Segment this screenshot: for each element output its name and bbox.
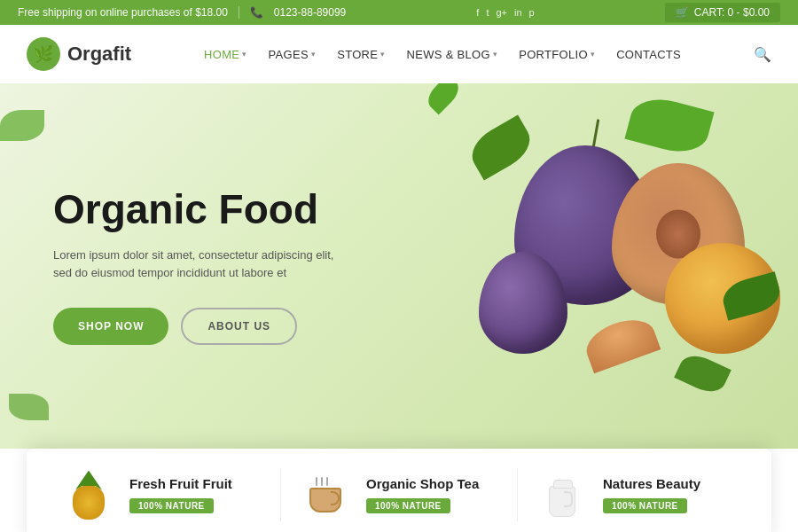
fruit-composition [337, 83, 798, 449]
product-item-tea[interactable]: Organic Shop Tea 100% NATURE [281, 468, 518, 521]
chevron-down-icon: ▾ [242, 50, 246, 59]
top-bar: Free shipping on online purchases of $18… [0, 0, 798, 25]
shop-now-button[interactable]: SHOP NOW [53, 308, 168, 345]
phone-icon: 📞 [250, 6, 263, 19]
google-plus-icon[interactable]: g+ [496, 7, 507, 18]
nav-contacts[interactable]: CONTACTS [616, 48, 681, 61]
product-info-tea: Organic Shop Tea 100% NATURE [366, 476, 499, 513]
milk-handle [564, 491, 573, 507]
product-badge-beauty: 100% NATURE [603, 498, 687, 513]
search-button[interactable]: 🔍 [754, 46, 771, 63]
product-item-beauty[interactable]: Natures Beauty 100% NATURE [518, 468, 754, 521]
nav-store[interactable]: STORE ▾ [337, 48, 385, 61]
header: 🌿 Orgafit HOME ▾ PAGES ▾ STORE ▾ NEWS & … [0, 25, 798, 83]
instagram-icon[interactable]: in [514, 7, 522, 18]
pineapple-icon [62, 468, 115, 521]
deco-leaf-left [0, 110, 44, 141]
top-bar-left: Free shipping on online purchases of $18… [18, 6, 346, 19]
chevron-down-icon: ▾ [493, 50, 497, 59]
product-info-fruit: Fresh Fruit Fruit 100% NATURE [129, 476, 262, 513]
about-us-button[interactable]: ABOUT US [181, 308, 297, 345]
products-section: Fresh Fruit Fruit 100% NATURE Organic Sh… [27, 449, 771, 532]
milk-icon [536, 468, 589, 521]
phone-number[interactable]: 0123-88-89099 [274, 6, 346, 19]
pineapple-body [73, 486, 105, 520]
hero-image [337, 83, 798, 449]
twitter-icon[interactable]: t [486, 7, 489, 18]
chevron-down-icon: ▾ [380, 50, 385, 59]
tea-icon [299, 468, 352, 521]
leaf-4 [674, 349, 732, 398]
hero-subtitle: Lorem ipsum dolor sit amet, consectetur … [53, 246, 355, 284]
cart-button[interactable]: 🛒 CART: 0 - $0.00 [665, 3, 780, 22]
hero-title: Organic Food [53, 187, 355, 232]
logo-icon: 🌿 [27, 37, 60, 71]
nav-news-blog[interactable]: NEWS & BLOG ▾ [407, 48, 498, 61]
logo[interactable]: 🌿 Orgafit [27, 37, 131, 71]
chevron-down-icon: ▾ [591, 50, 595, 59]
milk-jug [549, 486, 575, 517]
product-info-beauty: Natures Beauty 100% NATURE [603, 476, 736, 513]
plum-slice [581, 312, 661, 374]
deco-leaf-left2 [9, 394, 49, 420]
product-item-fruit[interactable]: Fresh Fruit Fruit 100% NATURE [44, 468, 281, 521]
chevron-down-icon: ▾ [311, 50, 316, 59]
hero-section: Organic Food Lorem ipsum dolor sit amet,… [0, 83, 798, 449]
divider [239, 6, 239, 19]
cup-body [309, 488, 341, 512]
cup-steam [316, 477, 328, 486]
product-name-tea: Organic Shop Tea [366, 476, 499, 491]
hero-content: Organic Food Lorem ipsum dolor sit amet,… [53, 187, 355, 345]
cart-label: CART: 0 - $0.00 [694, 6, 770, 19]
logo-text: Orgafit [67, 43, 131, 66]
leaf-5 [423, 83, 464, 114]
social-icons: f t g+ in p [476, 7, 534, 18]
cup-handle [331, 491, 340, 505]
product-name-fruit: Fresh Fruit Fruit [129, 476, 262, 491]
product-badge-tea: 100% NATURE [366, 498, 450, 513]
nav-home[interactable]: HOME ▾ [204, 48, 247, 61]
nav-pages[interactable]: PAGES ▾ [269, 48, 317, 61]
cart-icon: 🛒 [676, 6, 689, 19]
leaf-2 [624, 91, 714, 159]
pinterest-icon[interactable]: p [529, 7, 535, 18]
hero-buttons: SHOP NOW ABOUT US [53, 308, 355, 345]
main-nav: HOME ▾ PAGES ▾ STORE ▾ NEWS & BLOG ▾ POR… [204, 48, 681, 61]
facebook-icon[interactable]: f [476, 7, 479, 18]
leaf-1 [464, 115, 537, 181]
shipping-text: Free shipping on online purchases of $18… [18, 6, 228, 19]
product-badge-fruit: 100% NATURE [129, 498, 214, 513]
product-name-beauty: Natures Beauty [603, 476, 736, 491]
nav-portfolio[interactable]: PORTFOLIO ▾ [519, 48, 595, 61]
